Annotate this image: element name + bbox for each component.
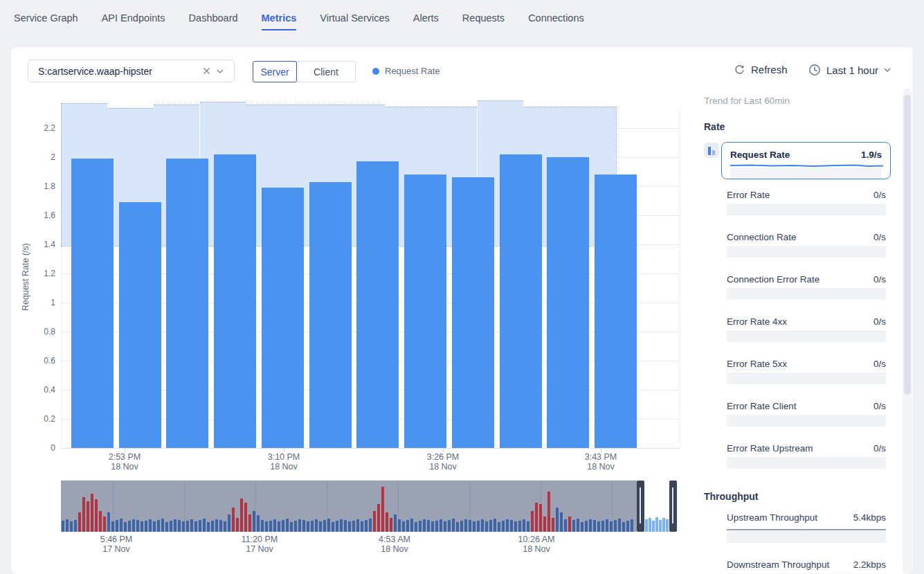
brush-handle-left[interactable] [637, 481, 644, 532]
tab-alerts[interactable]: Alerts [413, 8, 439, 30]
brush-handle-right[interactable] [669, 481, 677, 532]
minimap-bar [278, 521, 280, 532]
request-rate-bar [309, 182, 352, 448]
service-filter-select[interactable]: S:cartservice.waap-hipster [28, 60, 235, 82]
minimap-selected-bar [649, 518, 651, 532]
metric-row: Connection Error Rate0/s [727, 274, 886, 285]
minimap-bar [402, 521, 405, 532]
minimap-bar [622, 522, 625, 532]
main-panel: S:cartservice.waap-hipster Server Client… [11, 47, 913, 574]
minimap-axis-label: 10:26 AM18 Nov [505, 535, 568, 554]
minimap-bar [66, 519, 69, 532]
metric-spark-fill [727, 531, 886, 543]
minimap-bar [228, 514, 230, 532]
metric-value: 0/s [873, 443, 886, 454]
metric-item-error-rate-client[interactable]: Error Rate Client0/s [727, 401, 886, 427]
minimap-bar [78, 512, 81, 532]
refresh-button[interactable]: Refresh [734, 64, 788, 75]
minimap-bar [581, 522, 583, 532]
metric-label: Error Rate Upstream [727, 443, 813, 454]
section-heading-rate: Rate [704, 121, 903, 132]
section-heading-throughput: Throughput [704, 491, 903, 502]
metric-label: Upstream Throughput [727, 512, 817, 523]
minimap-bar [560, 512, 563, 532]
minimap-bar [568, 517, 571, 532]
request-rate-bar [166, 159, 208, 448]
minimap-bar [219, 520, 222, 532]
legend-dot-icon [372, 68, 379, 75]
top-nav: Service GraphAPI EndpointsDashboardMetri… [0, 0, 924, 39]
metric-item-error-rate-4xx[interactable]: Error Rate 4xx0/s [727, 316, 886, 342]
minimap-bar [95, 499, 98, 532]
metric-item-connection-rate[interactable]: Connection Rate0/s [727, 232, 886, 258]
metric-item-connection-error-rate[interactable]: Connection Error Rate0/s [727, 274, 886, 300]
minimap-bar [473, 521, 475, 532]
tab-api-endpoints[interactable]: API Endpoints [102, 8, 165, 30]
metric-label: Error Rate Client [727, 401, 797, 412]
brush-handle-grip [640, 487, 641, 523]
tab-service-graph[interactable]: Service Graph [14, 8, 78, 30]
minimap-bar [190, 519, 193, 532]
metric-spark-fill [727, 204, 886, 215]
minimap-bar [199, 520, 201, 532]
minimap-bar [286, 519, 289, 532]
minimap-bar [240, 499, 243, 532]
minimap-bar [469, 520, 471, 532]
metric-card-request-rate[interactable]: Request Rate1.9/s [721, 142, 891, 179]
tab-connections[interactable]: Connections [528, 8, 584, 30]
minimap-bar [489, 520, 492, 532]
metric-row: Error Rate 4xx0/s [727, 316, 886, 328]
server-toggle-button[interactable]: Server [253, 61, 297, 82]
x-axis-label: 2:53 PM18 Nov [93, 452, 156, 472]
request-rate-bar [404, 174, 446, 448]
metric-value: 0/s [873, 359, 886, 370]
minimap-bar [361, 521, 363, 532]
sidebar-scrollbar-thumb[interactable] [904, 95, 911, 395]
time-range-select[interactable]: Last 1 hour [808, 64, 891, 76]
minimap-selected-bar [655, 517, 658, 532]
x-axis-label: 3:43 PM18 Nov [570, 452, 632, 472]
brush-handle-grip [672, 487, 673, 523]
minimap-bar [311, 521, 314, 532]
refresh-label: Refresh [751, 64, 788, 75]
metric-item-error-rate[interactable]: Error Rate0/s [727, 190, 886, 215]
minimap-bar [128, 521, 131, 532]
minimap-bar [448, 520, 451, 532]
metric-value: 0/s [873, 232, 886, 243]
minimap-bar [415, 522, 417, 532]
minimap-bar [265, 521, 268, 532]
chevron-down-icon [884, 68, 891, 72]
minimap-bar [315, 519, 318, 532]
tab-virtual-services[interactable]: Virtual Services [320, 8, 389, 30]
metric-spark-fill [727, 330, 886, 342]
minimap-bar [427, 520, 430, 532]
bar-chart-icon[interactable] [704, 143, 719, 158]
minimap-bar [70, 521, 73, 532]
metric-row: Downstream Throughput2.2kbps [727, 559, 886, 571]
client-toggle-button[interactable]: Client [296, 61, 356, 82]
minimap-bar [336, 521, 338, 532]
tab-metrics[interactable]: Metrics [262, 8, 297, 30]
legend-request-rate[interactable]: Request Rate [372, 66, 440, 76]
metric-item-error-rate-upstream[interactable]: Error Rate Upstream0/s [727, 443, 886, 469]
metric-item-error-rate-5xx[interactable]: Error Rate 5xx0/s [727, 359, 886, 384]
metric-spark-fill [727, 373, 886, 384]
metric-row: Connection Rate0/s [727, 232, 886, 243]
tab-requests[interactable]: Requests [462, 8, 505, 30]
chevron-down-icon[interactable] [213, 64, 227, 78]
minimap-bar [111, 521, 114, 532]
minimap-bar [456, 522, 459, 532]
metric-spark-fill [727, 457, 886, 469]
clear-filter-icon[interactable] [199, 64, 213, 78]
metric-item-upstream-throughput[interactable]: Upstream Throughput5.4kbps [727, 512, 886, 543]
minimap-bar [157, 520, 160, 532]
minimap-bar [261, 520, 264, 532]
minimap-bar [248, 514, 251, 532]
minimap-bar [518, 521, 521, 532]
minimap-bar [253, 511, 255, 532]
minimap-bar [431, 521, 434, 532]
metric-item-downstream-throughput[interactable]: Downstream Throughput2.2kbps [727, 559, 886, 574]
minimap-bar [182, 521, 185, 532]
request-rate-bar [71, 159, 114, 448]
tab-dashboard[interactable]: Dashboard [189, 8, 238, 30]
